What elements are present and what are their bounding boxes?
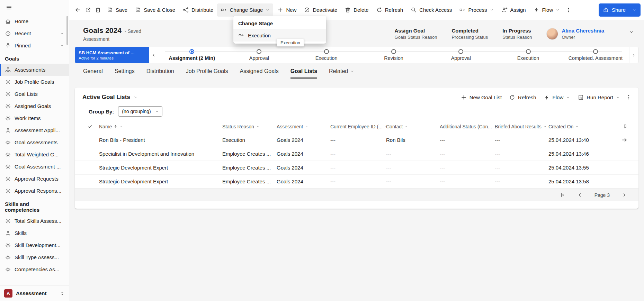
cell-contact[interactable]: Ron Bils <box>386 137 440 143</box>
cell-assessment[interactable]: Goals 2024 <box>277 165 330 171</box>
bpf-scroll-left-button[interactable] <box>149 47 158 63</box>
stage-approval-2[interactable]: Approval <box>427 47 494 63</box>
tab-settings[interactable]: Settings <box>115 68 135 79</box>
sidebar-item-goal-assessment[interactable]: Goal Assessment ... <box>0 161 69 173</box>
view-selector[interactable]: Active Goal Lists <box>80 92 141 103</box>
grid-flow-button[interactable]: Flow <box>540 91 574 103</box>
sidebar-item-pinned[interactable]: Pinned <box>0 39 69 52</box>
cell-name[interactable]: Ron Bils - President <box>99 137 222 143</box>
stage-approval-1[interactable]: Approval <box>225 47 293 63</box>
new-button[interactable]: New <box>274 3 300 17</box>
tab-related[interactable]: Related <box>329 68 354 79</box>
save-and-close-button[interactable]: Save & Close <box>131 3 179 17</box>
cell-name[interactable]: Strategic Development Expert <box>99 165 222 171</box>
owner-link[interactable]: Alina Chereshnia <box>562 28 604 34</box>
cell-assessment[interactable]: Goals 2024 <box>277 179 330 184</box>
owner-avatar[interactable] <box>546 28 558 40</box>
bpf-scroll-right-button[interactable] <box>629 47 638 63</box>
assign-label: Assign <box>510 7 526 13</box>
refresh-button[interactable]: Refresh <box>373 3 407 17</box>
sidebar-item-skills[interactable]: Skills <box>0 227 69 239</box>
table-row[interactable]: Strategic Development Expert Employee Cr… <box>75 161 638 175</box>
column-header-contact[interactable]: Contact <box>386 124 440 129</box>
header-field-owner[interactable]: Alina Chereshnia Owner <box>546 28 604 40</box>
tab-distribution[interactable]: Distribution <box>146 68 174 79</box>
sidebar-item-total-skills-assessments[interactable]: Total Skills Assess... <box>0 215 69 227</box>
save-button[interactable]: Save <box>103 3 131 17</box>
distribute-button[interactable]: Distribute <box>179 3 217 17</box>
stage-revision[interactable]: Revision <box>360 47 427 63</box>
sidebar-item-goal-assessments[interactable]: Goal Assessments <box>0 136 69 148</box>
column-header-current-employee-id[interactable]: Current Employee ID (... <box>330 124 386 129</box>
column-header-additional-status[interactable]: Additional Status (Con... <box>440 124 495 129</box>
share-button[interactable]: Share <box>599 3 641 17</box>
sidebar-item-home[interactable]: Home <box>0 15 69 27</box>
stage-completed[interactable]: Completed. Assessment <box>562 47 629 63</box>
expand-control[interactable] <box>60 31 64 36</box>
sidebar-item-goal-lists[interactable]: Goal Lists <box>0 88 69 100</box>
sidebar-scrollbar[interactable] <box>66 16 68 45</box>
sidebar-item-assessment-applications[interactable]: Assessment Appli... <box>0 124 69 136</box>
process-button[interactable]: Process <box>456 3 497 17</box>
grid-options-button[interactable] <box>621 122 629 131</box>
open-record-button[interactable] <box>619 135 629 145</box>
command-overflow-button[interactable] <box>564 5 573 15</box>
assign-button[interactable]: Assign <box>498 3 529 17</box>
area-switcher[interactable]: A Assessment <box>0 285 69 301</box>
sidebar-item-skill-type-assessments[interactable]: Skill Type Assess... <box>0 251 69 263</box>
column-header-name[interactable]: Name <box>99 124 222 129</box>
deactivate-button[interactable]: Deactivate <box>300 3 341 17</box>
cell-name[interactable]: Specialist in Development and Innovation <box>99 151 222 157</box>
stage-execution-2[interactable]: Execution <box>494 47 562 63</box>
first-page-button[interactable] <box>559 191 567 199</box>
open-in-new-window-button[interactable] <box>83 5 93 15</box>
back-button[interactable] <box>73 5 83 15</box>
stage-execution-1[interactable]: Execution <box>293 47 360 63</box>
tab-goal-lists[interactable]: Goal Lists <box>290 68 317 79</box>
sidebar-item-work-items[interactable]: Work Items <box>0 112 69 124</box>
flow-button[interactable]: Flow <box>530 3 564 17</box>
field-value: Assign Goal <box>395 28 425 34</box>
run-report-button[interactable]: Run Report <box>574 91 624 103</box>
next-page-button[interactable] <box>619 191 627 199</box>
active-stage-box[interactable]: SB HCM Assessment of ... Active for 2 mi… <box>75 47 149 63</box>
sidebar-item-assigned-goals[interactable]: Assigned Goals <box>0 100 69 112</box>
group-by-select[interactable]: (no grouping) <box>118 106 162 117</box>
table-row[interactable]: Specialist in Development and Innovation… <box>75 147 638 161</box>
sidebar-item-skill-development[interactable]: Skill Development... <box>0 239 69 251</box>
sidebar-item-total-weighted-goals[interactable]: Total Weighted G... <box>0 148 69 161</box>
new-goal-list-button[interactable]: New Goal List <box>457 91 505 103</box>
tab-assigned-goals[interactable]: Assigned Goals <box>240 68 279 79</box>
cell-assessment[interactable]: Goals 2024 <box>277 151 330 157</box>
hamburger-menu-button[interactable] <box>4 3 14 12</box>
grid-overflow-button[interactable] <box>624 92 634 102</box>
previous-page-button[interactable] <box>577 191 585 199</box>
table-row[interactable]: Strategic Development Expert Employee Cr… <box>75 175 638 189</box>
change-stage-button[interactable]: Change Stage <box>217 3 273 17</box>
tab-general[interactable]: General <box>83 68 103 79</box>
sidebar-item-approval-responses[interactable]: Approval Respons... <box>0 185 69 197</box>
check-access-button[interactable]: Check Access <box>407 3 455 17</box>
column-header-status-reason[interactable]: Status Reason <box>222 124 277 129</box>
column-header-created-on[interactable]: Created On <box>548 124 611 129</box>
tab-job-profile-goals[interactable]: Job Profile Goals <box>186 68 228 79</box>
collapse-header-button[interactable] <box>627 28 636 36</box>
sidebar-item-assessments[interactable]: Assessments <box>0 64 69 76</box>
chevron-down-icon <box>256 125 260 128</box>
column-header-assessment[interactable]: Assessment <box>277 124 330 129</box>
expand-control[interactable] <box>60 43 64 48</box>
cell-assessment[interactable]: Goals 2024 <box>277 137 330 143</box>
cell-employee-id: --- <box>330 151 386 157</box>
sidebar-item-job-profile-goals[interactable]: Job Profile Goals <box>0 76 69 88</box>
grid-refresh-button[interactable]: Refresh <box>506 91 540 103</box>
column-header-briefed-about-results[interactable]: Briefed About Results <box>495 124 548 129</box>
stage-assignment[interactable]: Assignment (2 Min) <box>158 47 225 63</box>
cell-name[interactable]: Strategic Development Expert <box>99 179 222 184</box>
sidebar-item-recent[interactable]: Recent <box>0 27 69 39</box>
sidebar-item-competencies-assessments[interactable]: Competencies As... <box>0 263 69 275</box>
table-row[interactable]: Ron Bils - President Execution Goals 202… <box>75 133 638 147</box>
sidebar-item-approval-requests[interactable]: Approval Requests <box>0 173 69 185</box>
form-selector-button[interactable] <box>93 5 103 15</box>
select-all-column[interactable] <box>87 124 99 129</box>
delete-button[interactable]: Delete <box>341 3 372 17</box>
